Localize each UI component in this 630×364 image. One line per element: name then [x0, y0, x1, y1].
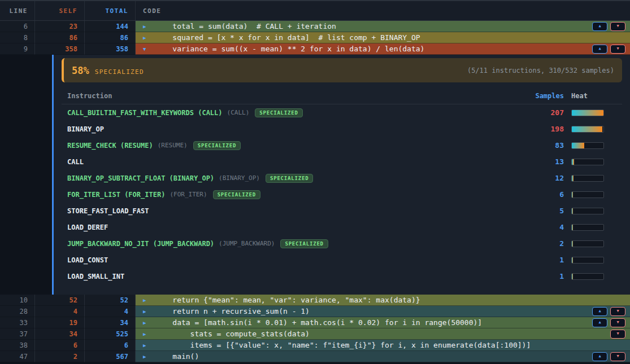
instruction-row[interactable]: RESUME_CHECK (RESUME)(RESUME)SPECIALIZED… — [62, 137, 622, 154]
specialized-badge: SPECIALIZED — [213, 190, 260, 199]
self-samples: 52 — [35, 295, 85, 306]
jump-down-button[interactable]: ▼ — [610, 45, 625, 54]
samples-count: 207 — [513, 108, 564, 117]
instruction-cell: FOR_ITER_LIST (FOR_ITER)(FOR_ITER)SPECIA… — [62, 190, 513, 199]
code-cell[interactable]: ▶ data = [math.sin(i * 0.01) + math.cos(… — [136, 317, 630, 328]
code-cell[interactable]: ▶ main()▲▼ — [136, 351, 630, 362]
instruction-cell: CALL — [62, 158, 513, 166]
jump-down-button[interactable]: ▼ — [610, 330, 625, 339]
line-number: 38 — [0, 340, 35, 351]
total-samples: 52 — [85, 295, 136, 306]
code-cell[interactable]: ▼ variance = sum((x - mean) ** 2 for x i… — [136, 43, 630, 55]
code-cell[interactable]: ▶ items = [{"value": x, "name": f"item_{… — [136, 340, 630, 351]
instruction-base-name: (RESUME) — [158, 142, 188, 149]
instruction-row[interactable]: LOAD_SMALL_INT1 — [62, 268, 622, 284]
samples-count: 198 — [513, 125, 564, 133]
column-header-line: LINE — [0, 1, 35, 20]
line-nav-buttons: ▼ — [610, 330, 625, 339]
jump-up-button[interactable]: ▲ — [592, 318, 607, 327]
samples-count: 4 — [513, 223, 564, 231]
instruction-row[interactable]: BINARY_OP_SUBTRACT_FLOAT (BINARY_OP)(BIN… — [62, 170, 622, 186]
expand-icon[interactable]: ▶ — [143, 24, 150, 29]
code-text: total = sum(data) # CALL + iteration — [155, 22, 336, 30]
line-number: 37 — [0, 328, 35, 340]
heat-bar-fill — [572, 257, 573, 263]
expand-icon[interactable]: ▶ — [143, 343, 150, 348]
jump-up-button[interactable]: ▲ — [592, 22, 607, 31]
instruction-row[interactable]: JUMP_BACKWARD_NO_JIT (JUMP_BACKWARD)(JUM… — [62, 235, 622, 252]
expand-icon[interactable]: ▶ — [143, 35, 150, 41]
line-number: 28 — [0, 306, 35, 317]
instruction-row[interactable]: LOAD_CONST1 — [62, 252, 622, 268]
total-samples: 4 — [85, 306, 136, 317]
total-samples: 6 — [85, 340, 136, 351]
panel-content: 58%SPECIALIZED (5/11 instructions, 310/5… — [54, 55, 630, 295]
self-samples: 2 — [35, 351, 85, 362]
jump-up-button[interactable]: ▲ — [592, 307, 607, 316]
code-cell[interactable]: ▶ return {"mean": mean, "var": variance,… — [136, 295, 630, 306]
heat-bar — [571, 224, 604, 231]
jump-down-button[interactable]: ▼ — [610, 22, 625, 31]
self-samples: 6 — [35, 340, 85, 351]
total-samples: 144 — [85, 21, 136, 32]
profile-row: 88686▶ squared = [x * x for x in data] #… — [0, 32, 630, 43]
expand-icon[interactable]: ▶ — [143, 331, 150, 337]
column-header-samples: Samples — [513, 92, 564, 100]
instruction-cell: LOAD_SMALL_INT — [62, 273, 513, 280]
expand-icon[interactable]: ▶ — [143, 297, 150, 303]
instruction-row[interactable]: LOAD_DEREF4 — [62, 219, 622, 235]
code-text: return n + recursive_sum(n - 1) — [155, 307, 310, 315]
line-nav-buttons: ▲▼ — [592, 318, 625, 327]
code-cell[interactable]: ▶ stats = compute_stats(data)▼ — [136, 328, 630, 340]
line-nav-buttons: ▲▼ — [592, 45, 625, 54]
instruction-row[interactable]: CALL13 — [62, 154, 622, 170]
heat-bar — [571, 175, 604, 182]
jump-up-button[interactable]: ▲ — [592, 45, 607, 54]
code-cell[interactable]: ▶ total = sum(data) # CALL + iteration▲▼ — [136, 21, 630, 32]
instruction-name: STORE_FAST_LOAD_FAST — [67, 207, 149, 215]
jump-down-button[interactable]: ▼ — [610, 307, 625, 316]
heat-bar-fill — [572, 176, 573, 181]
code-cell[interactable]: ▶ squared = [x * x for x in data] # list… — [136, 32, 630, 43]
instruction-row[interactable]: FOR_ITER_LIST (FOR_ITER)(FOR_ITER)SPECIA… — [62, 186, 622, 203]
jump-up-button[interactable]: ▲ — [592, 352, 607, 361]
jump-down-button[interactable]: ▼ — [610, 318, 625, 327]
self-samples: 19 — [35, 317, 85, 328]
instruction-cell: JUMP_BACKWARD_NO_JIT (JUMP_BACKWARD)(JUM… — [62, 239, 513, 248]
code-text: data = [math.sin(i * 0.01) + math.cos(i … — [155, 318, 482, 327]
self-samples: 4 — [35, 306, 85, 317]
instruction-row[interactable]: STORE_FAST_LOAD_FAST5 — [62, 203, 622, 219]
jump-down-button[interactable]: ▼ — [610, 352, 625, 361]
instruction-cell: LOAD_CONST — [62, 256, 513, 264]
total-samples: 358 — [85, 43, 136, 55]
heat-bar — [571, 273, 604, 280]
expand-icon[interactable]: ▶ — [143, 354, 150, 359]
profile-row: 331934▶ data = [math.sin(i * 0.01) + mat… — [0, 317, 630, 328]
self-samples: 34 — [35, 328, 85, 340]
instruction-table-body: CALL_BUILTIN_FAST_WITH_KEYWORDS (CALL)(C… — [62, 104, 622, 284]
heat-bar-fill — [572, 192, 573, 198]
total-samples: 525 — [85, 328, 136, 340]
profile-row: 9358358▼ variance = sum((x - mean) ** 2 … — [0, 43, 630, 55]
instruction-cell: STORE_FAST_LOAD_FAST — [62, 207, 513, 215]
instruction-name: RESUME_CHECK (RESUME) — [67, 142, 153, 150]
collapse-icon[interactable]: ▼ — [143, 46, 150, 52]
code-cell[interactable]: ▶ return n + recursive_sum(n - 1)▲▼ — [136, 306, 630, 317]
heat-bar — [571, 126, 604, 133]
instruction-row[interactable]: BINARY_OP198 — [62, 121, 622, 137]
total-samples: 34 — [85, 317, 136, 328]
code-text: stats = compute_stats(data) — [155, 330, 310, 338]
instruction-row[interactable]: CALL_BUILTIN_FAST_WITH_KEYWORDS (CALL)(C… — [62, 104, 622, 121]
heat-bar-fill — [572, 241, 573, 247]
bottom-code-rows: 105252▶ return {"mean": mean, "var": var… — [0, 295, 630, 362]
specialized-badge: SPECIALIZED — [193, 141, 241, 150]
samples-count: 83 — [513, 141, 564, 150]
expand-icon[interactable]: ▶ — [143, 320, 150, 326]
instruction-table-header: Instruction Samples Heat — [62, 87, 622, 104]
self-samples: 358 — [35, 43, 85, 55]
samples-count: 12 — [513, 174, 564, 182]
line-number: 33 — [0, 317, 35, 328]
instruction-name: FOR_ITER_LIST (FOR_ITER) — [67, 191, 165, 199]
total-samples: 567 — [85, 351, 136, 362]
expand-icon[interactable]: ▶ — [143, 309, 150, 314]
